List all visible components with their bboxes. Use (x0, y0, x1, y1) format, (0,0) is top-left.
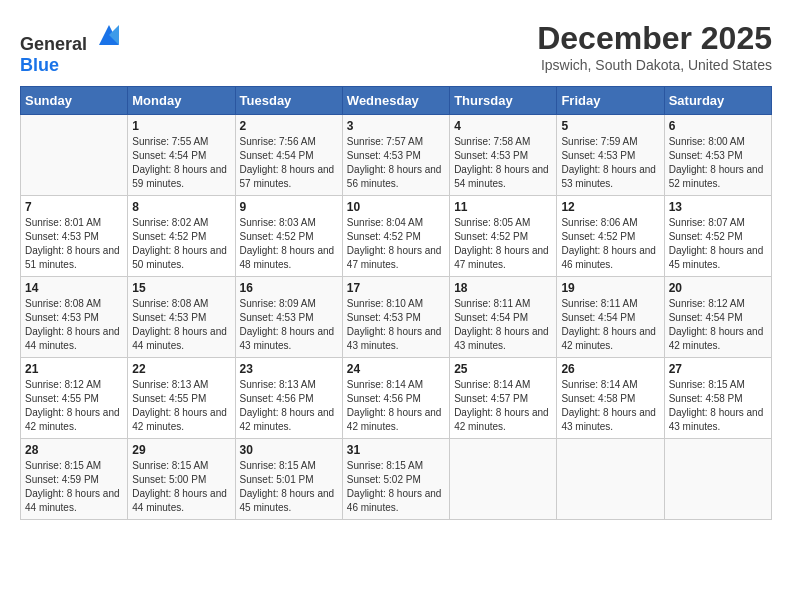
day-number: 5 (561, 119, 659, 133)
logo-text: General Blue (20, 20, 124, 76)
day-info: Sunrise: 8:10 AMSunset: 4:53 PMDaylight:… (347, 297, 445, 353)
calendar-cell: 21Sunrise: 8:12 AMSunset: 4:55 PMDayligh… (21, 358, 128, 439)
day-number: 16 (240, 281, 338, 295)
day-number: 27 (669, 362, 767, 376)
calendar-cell: 9Sunrise: 8:03 AMSunset: 4:52 PMDaylight… (235, 196, 342, 277)
header-row: SundayMondayTuesdayWednesdayThursdayFrid… (21, 87, 772, 115)
day-number: 25 (454, 362, 552, 376)
day-number: 7 (25, 200, 123, 214)
calendar-cell: 10Sunrise: 8:04 AMSunset: 4:52 PMDayligh… (342, 196, 449, 277)
day-info: Sunrise: 8:11 AMSunset: 4:54 PMDaylight:… (454, 297, 552, 353)
day-header-sunday: Sunday (21, 87, 128, 115)
day-info: Sunrise: 8:15 AMSunset: 4:58 PMDaylight:… (669, 378, 767, 434)
week-row-4: 21Sunrise: 8:12 AMSunset: 4:55 PMDayligh… (21, 358, 772, 439)
day-number: 13 (669, 200, 767, 214)
calendar-cell: 2Sunrise: 7:56 AMSunset: 4:54 PMDaylight… (235, 115, 342, 196)
week-row-1: 1Sunrise: 7:55 AMSunset: 4:54 PMDaylight… (21, 115, 772, 196)
day-number: 15 (132, 281, 230, 295)
day-info: Sunrise: 8:00 AMSunset: 4:53 PMDaylight:… (669, 135, 767, 191)
subtitle: Ipswich, South Dakota, United States (537, 57, 772, 73)
main-title: December 2025 (537, 20, 772, 57)
logo-icon (94, 20, 124, 50)
day-number: 3 (347, 119, 445, 133)
calendar-cell: 30Sunrise: 8:15 AMSunset: 5:01 PMDayligh… (235, 439, 342, 520)
day-info: Sunrise: 8:11 AMSunset: 4:54 PMDaylight:… (561, 297, 659, 353)
calendar-cell: 22Sunrise: 8:13 AMSunset: 4:55 PMDayligh… (128, 358, 235, 439)
calendar-cell: 14Sunrise: 8:08 AMSunset: 4:53 PMDayligh… (21, 277, 128, 358)
calendar-cell (557, 439, 664, 520)
calendar-cell: 31Sunrise: 8:15 AMSunset: 5:02 PMDayligh… (342, 439, 449, 520)
day-header-monday: Monday (128, 87, 235, 115)
calendar-cell: 20Sunrise: 8:12 AMSunset: 4:54 PMDayligh… (664, 277, 771, 358)
week-row-3: 14Sunrise: 8:08 AMSunset: 4:53 PMDayligh… (21, 277, 772, 358)
calendar-cell: 19Sunrise: 8:11 AMSunset: 4:54 PMDayligh… (557, 277, 664, 358)
day-info: Sunrise: 8:12 AMSunset: 4:55 PMDaylight:… (25, 378, 123, 434)
day-number: 12 (561, 200, 659, 214)
day-info: Sunrise: 8:13 AMSunset: 4:56 PMDaylight:… (240, 378, 338, 434)
logo: General Blue (20, 20, 124, 76)
calendar-cell (450, 439, 557, 520)
day-number: 8 (132, 200, 230, 214)
day-number: 21 (25, 362, 123, 376)
day-number: 1 (132, 119, 230, 133)
day-info: Sunrise: 8:08 AMSunset: 4:53 PMDaylight:… (132, 297, 230, 353)
calendar-cell: 4Sunrise: 7:58 AMSunset: 4:53 PMDaylight… (450, 115, 557, 196)
day-header-thursday: Thursday (450, 87, 557, 115)
calendar-body: 1Sunrise: 7:55 AMSunset: 4:54 PMDaylight… (21, 115, 772, 520)
calendar-cell: 29Sunrise: 8:15 AMSunset: 5:00 PMDayligh… (128, 439, 235, 520)
day-info: Sunrise: 8:14 AMSunset: 4:56 PMDaylight:… (347, 378, 445, 434)
day-info: Sunrise: 8:12 AMSunset: 4:54 PMDaylight:… (669, 297, 767, 353)
day-info: Sunrise: 8:14 AMSunset: 4:58 PMDaylight:… (561, 378, 659, 434)
calendar-cell: 11Sunrise: 8:05 AMSunset: 4:52 PMDayligh… (450, 196, 557, 277)
week-row-5: 28Sunrise: 8:15 AMSunset: 4:59 PMDayligh… (21, 439, 772, 520)
day-info: Sunrise: 7:57 AMSunset: 4:53 PMDaylight:… (347, 135, 445, 191)
calendar-cell: 24Sunrise: 8:14 AMSunset: 4:56 PMDayligh… (342, 358, 449, 439)
calendar-cell: 15Sunrise: 8:08 AMSunset: 4:53 PMDayligh… (128, 277, 235, 358)
calendar-cell: 26Sunrise: 8:14 AMSunset: 4:58 PMDayligh… (557, 358, 664, 439)
day-number: 19 (561, 281, 659, 295)
day-info: Sunrise: 8:06 AMSunset: 4:52 PMDaylight:… (561, 216, 659, 272)
day-info: Sunrise: 8:08 AMSunset: 4:53 PMDaylight:… (25, 297, 123, 353)
calendar-cell: 6Sunrise: 8:00 AMSunset: 4:53 PMDaylight… (664, 115, 771, 196)
day-number: 23 (240, 362, 338, 376)
calendar-cell: 1Sunrise: 7:55 AMSunset: 4:54 PMDaylight… (128, 115, 235, 196)
title-area: December 2025 Ipswich, South Dakota, Uni… (537, 20, 772, 73)
day-info: Sunrise: 8:15 AMSunset: 5:01 PMDaylight:… (240, 459, 338, 515)
day-number: 31 (347, 443, 445, 457)
day-info: Sunrise: 8:04 AMSunset: 4:52 PMDaylight:… (347, 216, 445, 272)
day-info: Sunrise: 7:56 AMSunset: 4:54 PMDaylight:… (240, 135, 338, 191)
calendar-cell: 8Sunrise: 8:02 AMSunset: 4:52 PMDaylight… (128, 196, 235, 277)
calendar-cell: 18Sunrise: 8:11 AMSunset: 4:54 PMDayligh… (450, 277, 557, 358)
calendar-cell: 12Sunrise: 8:06 AMSunset: 4:52 PMDayligh… (557, 196, 664, 277)
calendar-cell (21, 115, 128, 196)
day-header-tuesday: Tuesday (235, 87, 342, 115)
calendar-cell (664, 439, 771, 520)
header: General Blue December 2025 Ipswich, Sout… (20, 20, 772, 76)
day-number: 17 (347, 281, 445, 295)
calendar-cell: 27Sunrise: 8:15 AMSunset: 4:58 PMDayligh… (664, 358, 771, 439)
calendar-cell: 28Sunrise: 8:15 AMSunset: 4:59 PMDayligh… (21, 439, 128, 520)
calendar-cell: 3Sunrise: 7:57 AMSunset: 4:53 PMDaylight… (342, 115, 449, 196)
day-number: 6 (669, 119, 767, 133)
day-info: Sunrise: 8:13 AMSunset: 4:55 PMDaylight:… (132, 378, 230, 434)
day-number: 22 (132, 362, 230, 376)
day-number: 10 (347, 200, 445, 214)
day-header-saturday: Saturday (664, 87, 771, 115)
calendar-cell: 23Sunrise: 8:13 AMSunset: 4:56 PMDayligh… (235, 358, 342, 439)
day-number: 4 (454, 119, 552, 133)
day-info: Sunrise: 8:01 AMSunset: 4:53 PMDaylight:… (25, 216, 123, 272)
day-number: 9 (240, 200, 338, 214)
calendar-cell: 17Sunrise: 8:10 AMSunset: 4:53 PMDayligh… (342, 277, 449, 358)
day-info: Sunrise: 8:15 AMSunset: 4:59 PMDaylight:… (25, 459, 123, 515)
day-number: 29 (132, 443, 230, 457)
day-number: 18 (454, 281, 552, 295)
logo-blue: Blue (20, 55, 59, 75)
day-number: 14 (25, 281, 123, 295)
day-number: 24 (347, 362, 445, 376)
calendar-cell: 16Sunrise: 8:09 AMSunset: 4:53 PMDayligh… (235, 277, 342, 358)
day-info: Sunrise: 7:58 AMSunset: 4:53 PMDaylight:… (454, 135, 552, 191)
day-header-wednesday: Wednesday (342, 87, 449, 115)
day-info: Sunrise: 8:15 AMSunset: 5:02 PMDaylight:… (347, 459, 445, 515)
day-info: Sunrise: 8:05 AMSunset: 4:52 PMDaylight:… (454, 216, 552, 272)
day-number: 2 (240, 119, 338, 133)
